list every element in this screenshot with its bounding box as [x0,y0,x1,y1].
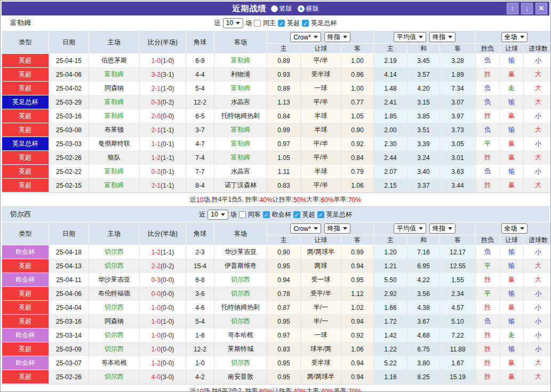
match-type-badge: 英足总杯 [2,137,49,151]
match-type-badge: 英超 [2,259,49,273]
match-date: 25-04-06 [49,287,89,301]
away-team: 哥本哈根 [214,329,267,342]
avg-away-odds: 3.01 [440,151,476,165]
avg-draw-odds: 7.16 [408,245,440,259]
crow-away-odds: 1.00 [341,82,374,95]
handicap-result: 输 [500,95,524,109]
score: 2-1(1-1) [140,179,186,193]
handicap-result: 输 [500,287,524,301]
winlose-result: 胜 [476,356,500,370]
league-checkbox[interactable]: ✓ [302,20,309,27]
corner-count: 12-2 [186,95,214,109]
filter-bar: 近10场同客✓欧会杯✓英超✓英足总杯 [199,210,352,220]
handicap-result: 赢 [500,273,524,287]
average-odds-select[interactable]: 平均值 [394,32,426,42]
avg-home-odds: 1.85 [374,109,408,123]
same-venue-checkbox[interactable] [254,20,261,27]
away-team: 南安普敦 [214,370,267,384]
goals-result: 大 [524,68,551,82]
crow-away-odds: 0.92 [341,137,374,151]
table-row: 英超 25-02-22 富勒姆 0-2(0-1) 7-7 水晶宫 1.11 半球… [2,165,551,179]
league-checkbox[interactable]: ✓ [263,211,270,218]
match-date: 25-03-07 [49,356,89,370]
avg-away-odds: 3.63 [440,165,476,179]
layout-radio-vertical[interactable]: 竖版 [271,4,292,13]
winlose-result: 胜 [476,151,500,165]
match-date: 25-03-14 [49,329,89,342]
table-row: 英超 25-03-16 富勒姆 2-0(0-0) 6-5 托特纳姆热刺 0.84… [2,109,551,123]
avg-away-odds: 2.34 [440,287,476,301]
winlose-result: 胜 [476,342,500,356]
winlose-result: 负 [476,95,500,109]
crow-away-odds: 0.84 [341,151,374,165]
league-checkbox[interactable]: ✓ [293,211,300,218]
avg-home-odds: 1.48 [374,82,408,95]
score: 0-3(0-2) [140,95,186,109]
crow-handicap: 平/半 [301,179,341,193]
corner-count: 1-6 [186,329,214,342]
section-header: 切尔西 近10场同客✓欧会杯✓英超✓英足总杯 [2,207,549,222]
crow-handicap: 受平/半 [301,287,341,301]
crow-handicap: 受半球 [301,356,341,370]
match-date: 25-04-18 [49,245,89,259]
col-crow-home: 主 [267,44,301,54]
col-date: 日期 [49,222,89,245]
table-row: 英超 25-02-15 富勒姆 2-1(1-1) 8-4 诺丁汉森林 0.83 … [2,179,551,193]
league-checkbox[interactable]: ✓ [278,20,285,27]
final-odds-select[interactable]: 终指 [324,223,350,234]
match-date: 25-03-29 [49,95,89,109]
score: 0-3(0-0) [140,273,186,287]
average-odds-select[interactable]: 平均值 [394,223,426,234]
corner-count: 2-3 [186,245,214,259]
table-row: 英超 25-04-13 切尔西 2-2(0-2) 15-4 伊普斯维奇 0.95… [2,259,551,273]
col-date: 日期 [49,31,89,54]
crow-odds-select[interactable]: Crow* [290,223,321,234]
final-odds-select[interactable]: 终指 [324,32,350,42]
avg-away-odds: 3.73 [440,123,476,137]
goals-result: 大 [524,82,551,95]
handicap-result: 赢 [500,109,524,123]
crow-handicap: 两球 [301,259,341,273]
avg-home-odds: 1.16 [374,370,408,384]
avg-draw-odds: 3.24 [408,151,440,165]
match-count-select[interactable]: 10 [223,18,243,28]
col-corner: 角球 [186,31,214,54]
match-type-badge: 欧会杯 [2,273,49,287]
team-name: 切尔西 [10,210,31,219]
goals-result: 小 [524,245,551,259]
page-title: 近期战绩 [233,4,267,14]
crow-home-odds: 0.78 [267,287,301,301]
col-score: 比分(半场) [140,222,186,245]
crow-odds-select[interactable]: Crow* [290,32,321,42]
avg-draw-odds: 6.75 [408,342,440,356]
league-checkbox[interactable]: ✓ [317,211,324,218]
up-arrow-icon: ↑ [511,4,515,12]
layout-radio-horizontal[interactable]: 横版 [298,4,319,13]
move-up-button[interactable]: ↑ [507,3,518,14]
crow-handicap: 平/半 [301,95,341,109]
radio-vertical-label: 竖版 [280,4,292,13]
same-venue-checkbox[interactable] [239,211,246,218]
handicap-result: 输 [500,245,524,259]
final-odds-select[interactable]: 终指 [429,223,456,234]
score: 4-0(3-0) [140,370,186,384]
crow-handicap: 两/两球半 [301,245,341,259]
score: 1-0(0-0) [140,342,186,356]
close-button[interactable]: ✕ [536,3,547,14]
handicap-result: 输 [500,315,524,329]
full-match-select[interactable]: 全场 [501,223,528,234]
match-type-badge: 英超 [2,151,49,165]
full-match-select[interactable]: 全场 [501,32,528,42]
crow-away-odds: 1.00 [341,54,374,68]
corner-count: 12-2 [186,342,214,356]
match-count-select[interactable]: 10 [207,210,228,220]
move-down-button[interactable]: ↓ [521,3,533,14]
home-team: 富勒姆 [89,109,140,123]
score: 1-1(0-1) [140,137,186,151]
avg-draw-odds: 3.37 [408,179,440,193]
home-team: 曼彻斯特联 [89,137,140,151]
final-odds-select[interactable]: 终指 [429,32,456,42]
match-date: 25-03-09 [49,342,89,356]
results-table: 类型 日期 主场 比分(半场) 角球 客场 Crow* 终指 平均值 [2,222,551,384]
avg-away-odds: 3.05 [440,137,476,151]
